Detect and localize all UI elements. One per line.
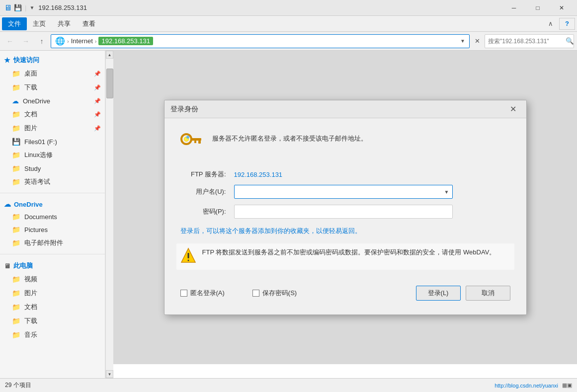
sidebar-item-email-attachments[interactable]: 📁 电子邮件附件 bbox=[0, 236, 105, 250]
dialog-footer: 匿名登录(A) 保存密码(S) 登录(L) 取消 bbox=[176, 280, 514, 305]
username-dropdown-icon: ▼ bbox=[444, 189, 449, 195]
svg-rect-4 bbox=[194, 141, 196, 143]
sidebar-item-onedrive-quick[interactable]: ☁ OneDrive 📌 bbox=[0, 94, 105, 107]
warning-icon bbox=[180, 247, 196, 266]
login-dialog: 登录身份 ✕ bbox=[164, 100, 527, 315]
sidebar-item-pictures-pc[interactable]: 📁 图片 bbox=[0, 286, 105, 300]
menu-home[interactable]: 主页 bbox=[27, 17, 52, 30]
sidebar-item-documents-pc-label: 文档 bbox=[24, 303, 37, 312]
save-password-checkbox[interactable] bbox=[252, 290, 259, 297]
scroll-thumb[interactable] bbox=[106, 69, 113, 98]
sidebar-section-this-pc: 🖥 此电脑 📁 视频 📁 图片 📁 文档 📁 下载 bbox=[0, 256, 105, 344]
svg-point-6 bbox=[186, 136, 189, 139]
sidebar-item-pictures-od-label: Pictures bbox=[24, 226, 48, 234]
sidebar-item-linux-label: Linux选修 bbox=[24, 151, 53, 159]
sidebar-item-video[interactable]: 📁 视频 bbox=[0, 272, 105, 286]
menu-share[interactable]: 共享 bbox=[52, 17, 77, 30]
dialog-top-row: 服务器不允许匿名登录，或者不接受该电子邮件地址。 bbox=[176, 128, 514, 160]
maximize-button[interactable]: □ bbox=[526, 0, 549, 16]
qat-icon-1: 🖥 bbox=[4, 3, 12, 12]
onedrive-label: OneDrive bbox=[14, 201, 43, 208]
sidebar-header-this-pc[interactable]: 🖥 此电脑 bbox=[0, 258, 105, 272]
sidebar-item-downloads-pc-label: 下载 bbox=[24, 316, 37, 325]
pin-icon-1: 📌 bbox=[94, 71, 101, 77]
address-bar: ← → ↑ 🌐 › Internet › 192.168.253.131 ▼ ✕… bbox=[0, 32, 577, 51]
dialog-title: 登录身份 bbox=[170, 105, 506, 114]
sidebar-item-desktop-label: 桌面 bbox=[24, 69, 37, 78]
sidebar-item-documents-pc[interactable]: 📁 文档 bbox=[0, 300, 105, 314]
sidebar-item-linux[interactable]: 📁 Linux选修 bbox=[0, 148, 105, 162]
content-area: 登录身份 ✕ bbox=[113, 51, 577, 378]
anonymous-login-checkbox-group[interactable]: 匿名登录(A) bbox=[180, 289, 225, 298]
sidebar-item-english[interactable]: 📁 英语考试 bbox=[0, 175, 105, 189]
sidebar-item-desktop[interactable]: 📁 桌面 📌 bbox=[0, 67, 105, 80]
username-input-wrapper[interactable]: ▼ bbox=[234, 185, 453, 199]
title-controls: ─ □ ✕ bbox=[502, 0, 573, 16]
back-button[interactable]: ← bbox=[3, 34, 17, 48]
qat-separator: | bbox=[25, 4, 26, 11]
sidebar-item-downloads-label: 下载 bbox=[24, 83, 37, 92]
pin-icon-3: 📌 bbox=[94, 98, 101, 104]
sidebar-item-music[interactable]: 📁 音乐 bbox=[0, 328, 105, 342]
login-button[interactable]: 登录(L) bbox=[416, 286, 461, 301]
password-input[interactable] bbox=[234, 205, 453, 219]
sidebar-item-downloads[interactable]: 📁 下载 📌 bbox=[0, 80, 105, 94]
sidebar-item-email-attachments-label: 电子邮件附件 bbox=[24, 238, 63, 247]
sidebar-item-documents-quick[interactable]: 📁 文档 📌 bbox=[0, 107, 105, 121]
dialog-title-bar: 登录身份 ✕ bbox=[165, 100, 526, 118]
save-password-checkbox-group[interactable]: 保存密码(S) bbox=[252, 289, 297, 298]
scroll-down-button[interactable]: ▼ bbox=[106, 370, 113, 378]
address-path[interactable]: 🌐 › Internet › 192.168.253.131 ▼ bbox=[51, 34, 470, 48]
close-button[interactable]: ✕ bbox=[550, 0, 573, 16]
key-icon bbox=[176, 128, 204, 160]
sidebar-item-pictures-od[interactable]: 📁 Pictures bbox=[0, 223, 105, 236]
minimize-button[interactable]: ─ bbox=[502, 0, 525, 16]
forward-button[interactable]: → bbox=[19, 34, 33, 48]
help-icon: ? bbox=[565, 20, 569, 27]
qat-chevron[interactable]: ▼ bbox=[29, 5, 34, 10]
documents-od-folder-icon: 📁 bbox=[12, 213, 20, 221]
onedrive-cloud-quick-icon: ☁ bbox=[12, 97, 19, 105]
help-button[interactable]: ? bbox=[559, 18, 575, 30]
save-password-label: 保存密码(S) bbox=[262, 289, 297, 298]
up-button[interactable]: ↑ bbox=[35, 34, 49, 48]
search-box: 🔍 bbox=[485, 34, 574, 48]
sidebar-item-onedrive-quick-label: OneDrive bbox=[23, 97, 50, 105]
sidebar-item-study[interactable]: 📁 Study bbox=[0, 162, 105, 175]
sidebar-scrollbar[interactable]: ▲ ▼ bbox=[105, 51, 113, 378]
sidebar-item-downloads-pc[interactable]: 📁 下载 bbox=[0, 314, 105, 328]
dialog-close-button[interactable]: ✕ bbox=[506, 103, 520, 115]
search-button[interactable]: 🔍 bbox=[566, 35, 574, 48]
menu-bar: 文件 主页 共享 查看 ∧ ? bbox=[0, 16, 577, 32]
sidebar-item-documents-od-label: Documents bbox=[24, 213, 57, 221]
dialog-message: 服务器不允许匿名登录，或者不接受该电子邮件地址。 bbox=[212, 128, 367, 143]
svg-rect-8 bbox=[187, 253, 189, 258]
menu-view[interactable]: 查看 bbox=[77, 17, 101, 30]
email-attachments-folder-icon: 📁 bbox=[12, 239, 20, 247]
sidebar-item-files01[interactable]: 💾 Files01 (F:) bbox=[0, 135, 105, 148]
anonymous-login-checkbox[interactable] bbox=[180, 290, 187, 297]
menu-file[interactable]: 文件 bbox=[2, 17, 27, 30]
username-label: 用户名(U): bbox=[176, 187, 226, 196]
sidebar-item-pictures-quick[interactable]: 📁 图片 📌 bbox=[0, 121, 105, 135]
cancel-button[interactable]: 取消 bbox=[466, 286, 510, 301]
sidebar-item-english-label: 英语考试 bbox=[24, 177, 50, 186]
study-folder-icon: 📁 bbox=[12, 164, 20, 172]
address-clear-button[interactable]: ✕ bbox=[472, 36, 483, 47]
sidebar-header-onedrive[interactable]: ☁ OneDrive bbox=[0, 197, 105, 210]
dialog-body: 服务器不允许匿名登录，或者不接受该电子邮件地址。 FTP 服务器: 192.16… bbox=[165, 118, 526, 314]
menu-expand-button[interactable]: ∧ bbox=[544, 18, 557, 29]
sidebar-divider-1 bbox=[0, 193, 105, 193]
dialog-overlay: 登录身份 ✕ bbox=[113, 51, 577, 364]
address-separator-2: › bbox=[95, 38, 97, 44]
sidebar-header-quick-access[interactable]: ★ 快速访问 bbox=[0, 53, 105, 67]
sidebar-item-study-label: Study bbox=[24, 165, 41, 172]
address-chevron-icon: ▼ bbox=[460, 38, 465, 44]
quick-access-label: 快速访问 bbox=[13, 56, 39, 65]
scroll-up-button[interactable]: ▲ bbox=[106, 51, 113, 59]
sidebar-item-documents-od[interactable]: 📁 Documents bbox=[0, 210, 105, 223]
username-input[interactable] bbox=[239, 188, 448, 196]
search-input[interactable] bbox=[485, 38, 566, 45]
ftp-server-value: 192.168.253.131 bbox=[234, 171, 283, 178]
dialog-form: FTP 服务器: 192.168.253.131 用户名(U): ▼ 密码(P)… bbox=[176, 170, 514, 219]
